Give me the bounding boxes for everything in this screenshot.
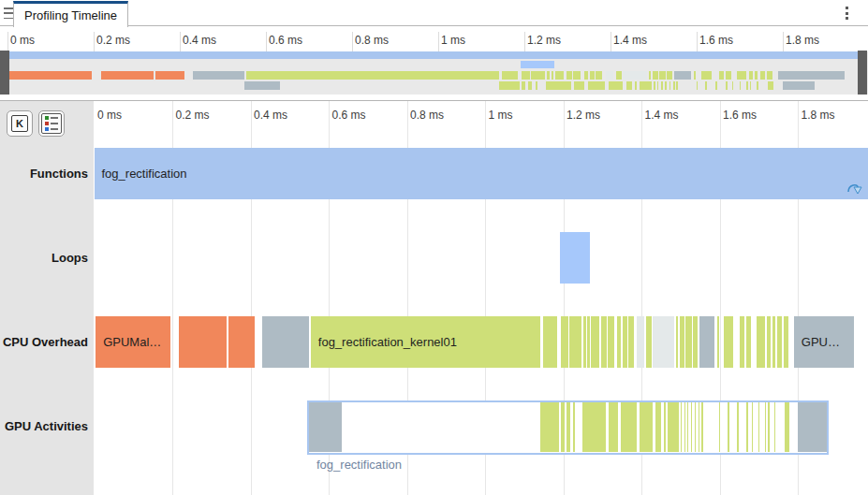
timeline-overview[interactable]: 0 ms0.2 ms0.4 ms0.6 ms0.8 ms1 ms1.2 ms1.… xyxy=(0,26,868,100)
timeline-segment[interactable] xyxy=(623,316,627,368)
timeline-segment[interactable] xyxy=(785,402,789,452)
timeline-segment[interactable] xyxy=(561,316,568,368)
timeline-segment xyxy=(9,71,92,80)
timeline-segment[interactable] xyxy=(798,402,827,452)
timeline-segment[interactable] xyxy=(601,316,607,368)
timeline-segment[interactable] xyxy=(695,402,697,452)
timeline-segment[interactable] xyxy=(653,316,674,368)
timeline-segment xyxy=(665,81,666,90)
timeline-segment[interactable] xyxy=(676,316,678,368)
timeline-segment xyxy=(667,71,672,80)
timeline-segment[interactable] xyxy=(774,402,775,452)
timeline-segment xyxy=(596,71,602,80)
timeline-segment[interactable] xyxy=(179,316,227,368)
functions-track: fog_rectification xyxy=(94,147,868,231)
timeline-segment[interactable] xyxy=(569,316,581,368)
timeline-segment[interactable] xyxy=(746,316,751,368)
timeline-segment[interactable] xyxy=(685,316,692,368)
timeline-segment xyxy=(566,71,572,80)
profiler-window: Profiling Timeline 0 ms0.2 ms0.4 ms0.6 m… xyxy=(0,0,868,495)
timeline-segment[interactable] xyxy=(664,402,666,452)
timeline-segment xyxy=(246,71,499,80)
timeline-segment[interactable] xyxy=(737,402,739,452)
timeline-segment[interactable] xyxy=(684,402,685,452)
timeline-segment xyxy=(573,71,580,80)
timeline-segment[interactable] xyxy=(693,316,698,368)
timeline-segment[interactable] xyxy=(719,402,720,452)
timeline-segment[interactable] xyxy=(309,402,342,452)
timeline-segment[interactable] xyxy=(728,402,729,452)
timeline-segment[interactable] xyxy=(617,316,621,368)
timeline-segment[interactable] xyxy=(262,316,309,368)
timeline-segment[interactable] xyxy=(621,402,637,452)
timeline-segment[interactable] xyxy=(777,316,782,368)
timeline-segment[interactable] xyxy=(609,402,618,452)
timeline-segment[interactable]: GPU… xyxy=(794,316,854,368)
gpu-activities-track: fog_rectification xyxy=(94,400,868,495)
timeline-segment[interactable] xyxy=(691,402,692,452)
timeline-segment[interactable] xyxy=(646,316,652,368)
timeline-segment[interactable] xyxy=(701,402,703,452)
timeline-segment[interactable] xyxy=(757,316,765,368)
timeline-segment[interactable] xyxy=(772,316,775,368)
timeline-segment[interactable] xyxy=(591,316,599,368)
timeline-segment[interactable] xyxy=(740,316,744,368)
timeline-segment[interactable] xyxy=(746,402,748,452)
segment-label: GPU… xyxy=(794,316,854,368)
timeline-segment xyxy=(654,81,655,90)
timeline-segment[interactable] xyxy=(668,402,679,452)
timeline-segment[interactable] xyxy=(680,316,684,368)
timeline-segment[interactable] xyxy=(560,232,590,284)
overview-band[interactable] xyxy=(0,51,868,95)
ruler-tick-label: 1.2 ms xyxy=(527,34,561,47)
tab-profiling-timeline[interactable]: Profiling Timeline xyxy=(13,1,128,27)
kernel-marker-button[interactable]: K xyxy=(7,110,33,137)
timeline-segment[interactable] xyxy=(699,402,699,452)
timeline-segment[interactable] xyxy=(724,316,733,368)
timeline-segment[interactable] xyxy=(582,402,606,452)
timeline-segment[interactable] xyxy=(587,316,590,368)
timeline-segment[interactable] xyxy=(573,402,575,452)
timeline-segment[interactable] xyxy=(699,316,714,368)
timeline-segment xyxy=(531,71,545,80)
timeline-segment[interactable] xyxy=(758,402,760,452)
timeline-segment[interactable] xyxy=(655,402,661,452)
timeline-segment[interactable] xyxy=(561,402,565,452)
ruler-tick-label: 1.6 ms xyxy=(723,109,757,122)
timeline-segment[interactable] xyxy=(583,316,586,368)
timeline-segment xyxy=(101,71,154,80)
timeline-segment xyxy=(522,81,525,90)
timeline-segment[interactable] xyxy=(640,402,653,452)
timeline-segment[interactable] xyxy=(543,316,557,368)
kebab-menu-icon[interactable] xyxy=(846,7,848,20)
timeline-segment[interactable] xyxy=(637,316,644,368)
ruler-tick-label: 1.6 ms xyxy=(699,34,733,47)
overview-right-handle[interactable] xyxy=(858,51,867,95)
timeline-segment[interactable] xyxy=(540,402,559,452)
timeline-segment xyxy=(755,71,758,80)
timeline-segment[interactable]: fog_rectification xyxy=(95,148,868,199)
timeline-segment[interactable] xyxy=(784,316,788,368)
curved-arrow-down-icon[interactable] xyxy=(846,180,862,199)
timeline-segment[interactable] xyxy=(752,402,754,452)
timeline-segment[interactable] xyxy=(681,402,683,452)
ruler-tick-label: 0.4 ms xyxy=(254,109,287,122)
timeline-segment[interactable] xyxy=(765,402,766,452)
timeline-segment xyxy=(616,71,622,80)
legend-button[interactable] xyxy=(38,110,65,137)
timeline-segment[interactable] xyxy=(628,316,634,368)
timeline-segment xyxy=(649,71,651,80)
timeline-segment[interactable] xyxy=(768,402,770,452)
overview-left-handle[interactable] xyxy=(0,51,9,95)
timeline-segment[interactable]: GPUMal… xyxy=(96,316,170,368)
timeline-segment[interactable] xyxy=(767,316,771,368)
timeline-segment xyxy=(750,81,752,90)
timeline-segment xyxy=(623,71,646,80)
ruler-tick-label: 0.4 ms xyxy=(183,34,216,47)
timeline-segment[interactable]: fog_rectification_kernel01 xyxy=(311,316,540,368)
timeline-segment[interactable] xyxy=(717,316,719,368)
timeline-segment[interactable] xyxy=(566,402,570,452)
timeline-segment[interactable] xyxy=(228,316,255,368)
timeline-segment[interactable] xyxy=(608,316,614,368)
timeline-segment[interactable] xyxy=(687,402,689,452)
